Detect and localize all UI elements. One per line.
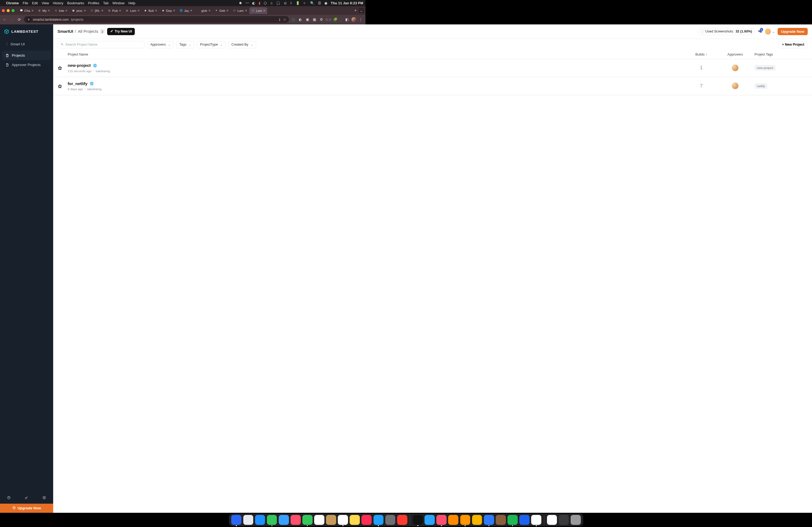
mac-menu-bookmarks[interactable]: Bookmarks <box>67 1 84 5</box>
reload-button[interactable]: ⟳ <box>17 17 22 22</box>
chrome-tab[interactable]: ◆Buil✕ <box>142 7 159 14</box>
menu-extra-icon[interactable]: ▮ <box>259 1 260 5</box>
filter-created-by[interactable]: Created By⌄ <box>228 41 256 48</box>
chrome-tab[interactable]: ◎My✕ <box>36 7 52 14</box>
tab-close-icon[interactable]: ✕ <box>31 9 33 12</box>
tab-close-icon[interactable]: ✕ <box>137 9 140 12</box>
chrome-tab[interactable]: 🌐Jay✕ <box>177 7 194 14</box>
mac-menu-window[interactable]: Window <box>113 1 125 5</box>
forward-button[interactable]: → <box>10 17 14 22</box>
profile-avatar[interactable] <box>351 17 356 22</box>
crumb-root[interactable]: SmartUI <box>57 29 73 34</box>
sidebar-item-approver-projects[interactable]: Approver Projects <box>2 60 51 70</box>
tab-overflow-button[interactable]: ⌄ <box>359 8 364 13</box>
window-controls[interactable] <box>2 9 14 12</box>
favorite-star-button[interactable] <box>57 65 68 71</box>
mac-menu-tab[interactable]: Tab <box>103 1 108 5</box>
brand[interactable]: LAMBDATEST <box>0 25 53 39</box>
crumb-count-badge: 2 <box>100 29 105 34</box>
table-header: Project Name Builds Approvers Project Ta… <box>53 50 365 59</box>
extension-icon[interactable]: ⊂⊃ <box>326 17 331 22</box>
tab-close-icon[interactable]: ✕ <box>190 9 192 12</box>
chrome-tab[interactable]: ⬡Lam✕ <box>249 7 267 14</box>
extension-icon[interactable]: ◐ <box>298 17 303 22</box>
tab-close-icon[interactable]: ✕ <box>84 9 86 12</box>
extension-icon[interactable]: ▣ <box>305 17 310 22</box>
bookmark-star-icon[interactable]: ☆ <box>283 17 286 21</box>
chrome-tab[interactable]: ⬡Lam✕ <box>231 7 249 14</box>
chrome-tab[interactable]: AInte✕ <box>52 7 69 14</box>
filter-project-type[interactable]: ProjectType⌄ <box>197 41 226 48</box>
back-button[interactable]: ← <box>2 17 7 22</box>
side-panel-icon[interactable]: ◧ <box>345 17 349 22</box>
battery-icon[interactable]: 🔋 <box>296 1 300 5</box>
install-app-icon[interactable]: ⤓ <box>278 17 281 21</box>
site-settings-icon[interactable]: ⚙︎ <box>27 17 31 22</box>
chrome-tab[interactable]: ◎Pub✕ <box>106 7 123 14</box>
menu-extra-icon[interactable]: ◐ <box>252 1 255 5</box>
filter-tags[interactable]: Tags⌄ <box>176 41 194 48</box>
filter-approvers[interactable]: Approvers⌄ <box>147 41 173 48</box>
mac-menu-history[interactable]: History <box>53 1 63 5</box>
tab-close-icon[interactable]: ✕ <box>65 9 68 12</box>
mac-menu-help[interactable]: Help <box>128 1 135 5</box>
mac-menu-file[interactable]: File <box>23 1 28 5</box>
table-row[interactable]: for_netlify 🌐6 days agosakshamg7netlify <box>53 77 365 95</box>
tab-favicon-icon <box>196 9 200 12</box>
chrome-tab[interactable]: ⬡[IN-✕ <box>88 7 105 14</box>
project-name[interactable]: new-project 🌐 <box>68 63 365 68</box>
headphones-icon[interactable]: 🎧 <box>276 1 280 5</box>
extensions-menu-icon[interactable]: 🧩 <box>333 17 338 22</box>
control-center-icon[interactable]: ☰ <box>318 1 321 5</box>
chrome-menu-icon[interactable]: ⋮ <box>359 17 363 22</box>
siri-icon[interactable]: ◉ <box>324 1 327 5</box>
tab-favicon-icon: ▣ <box>72 9 75 12</box>
tab-close-icon[interactable]: ✕ <box>173 9 175 12</box>
chrome-tab[interactable]: 💬Cha✕ <box>18 7 35 14</box>
tab-close-icon[interactable]: ✕ <box>226 9 229 12</box>
wifi-icon[interactable]: ᯤ <box>303 1 307 5</box>
search-input[interactable]: Search Project Name <box>57 41 144 48</box>
mac-clock[interactable]: Thu 11 Jan 8:23 PM <box>331 1 363 5</box>
chrome-tab[interactable]: ◆Dep✕ <box>160 7 177 14</box>
app-root: LAMBDATEST 〈 Smart UI Projects Approver … <box>0 25 365 237</box>
try-new-ui-button[interactable]: Try New UI <box>107 28 135 35</box>
menu-extra-icon[interactable]: ⊙ <box>284 1 287 5</box>
project-name[interactable]: for_netlify 🌐 <box>68 81 365 86</box>
tab-close-icon[interactable]: ✕ <box>48 9 50 12</box>
chrome-tab[interactable]: glob✕ <box>195 7 212 14</box>
mac-menu-edit[interactable]: Edit <box>32 1 38 5</box>
menu-extra-icon[interactable]: ⬡ <box>264 1 267 5</box>
address-bar[interactable]: ⚙︎ smartui.lambdatest.com/projects ⤓ ☆ <box>24 16 289 23</box>
sidebar-back[interactable]: 〈 Smart UI <box>0 39 53 50</box>
window-zoom-icon[interactable] <box>12 9 14 12</box>
chrome-tab[interactable]: ✦Deb✕ <box>213 7 230 14</box>
chrome-tab[interactable]: ▣proc✕ <box>70 7 88 14</box>
window-close-icon[interactable] <box>2 9 5 12</box>
spotlight-icon[interactable]: 🔍 <box>310 1 315 5</box>
new-tab-button[interactable]: ＋ <box>353 8 358 13</box>
sidebar-item-projects[interactable]: Projects <box>2 51 51 60</box>
favorite-star-button[interactable] <box>57 83 68 89</box>
tab-close-icon[interactable]: ✕ <box>263 9 265 12</box>
chrome-tab[interactable]: ◎Lam✕ <box>124 7 141 14</box>
menu-extra-icon[interactable]: ♫ <box>270 1 273 5</box>
tab-close-icon[interactable]: ✕ <box>208 9 211 12</box>
mac-menu-profiles[interactable]: Profiles <box>88 1 99 5</box>
bluetooth-icon[interactable]: ᚼ <box>290 1 292 5</box>
mac-menu-view[interactable]: View <box>42 1 49 5</box>
table-row[interactable]: new-project 🌐115 seconds agosakshamg1new… <box>53 59 365 77</box>
menu-extra-icon[interactable]: 〰 <box>245 1 249 5</box>
brand-logo-icon <box>4 29 9 34</box>
tab-close-icon[interactable]: ✕ <box>101 9 103 12</box>
extension-icon[interactable]: ⬡ <box>291 17 296 22</box>
tab-close-icon[interactable]: ✕ <box>119 9 121 12</box>
tab-close-icon[interactable]: ✕ <box>245 9 247 12</box>
extension-icon[interactable]: ⚙︎ <box>319 17 324 22</box>
th-project-name[interactable]: Project Name <box>68 52 365 56</box>
mac-active-app[interactable]: Chrome <box>6 1 19 5</box>
menu-extra-icon[interactable]: ✺ <box>239 1 242 5</box>
window-minimize-icon[interactable] <box>7 9 10 12</box>
tab-close-icon[interactable]: ✕ <box>155 9 157 12</box>
extension-icon[interactable]: ▦ <box>312 17 317 22</box>
